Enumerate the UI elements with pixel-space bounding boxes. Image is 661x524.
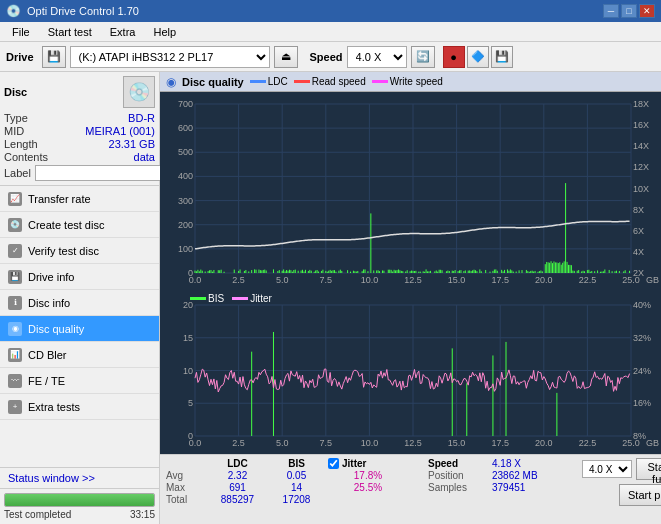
length-value: 23.31 GB xyxy=(109,138,155,150)
app-icon: 💿 xyxy=(6,4,21,18)
top-chart-canvas xyxy=(160,92,661,291)
bis-total: 17208 xyxy=(269,494,324,505)
extra-tests-icon: + xyxy=(8,400,22,414)
ldc-color xyxy=(250,80,266,83)
stats-table: LDC BIS Jitter Avg 2.32 0.05 17.8% Max 6… xyxy=(166,458,408,505)
speed-select[interactable]: 4.0 X xyxy=(347,46,407,68)
label-label: Label xyxy=(4,167,31,179)
bottom-chart-canvas xyxy=(160,291,661,454)
type-value: BD-R xyxy=(128,112,155,124)
nav-disc-quality[interactable]: ◉ Disc quality xyxy=(0,316,159,342)
start-part-button[interactable]: Start part xyxy=(619,484,661,506)
speed-label: Speed xyxy=(310,51,343,63)
chart-header-icon: ◉ xyxy=(166,75,176,89)
menu-start-test[interactable]: Start test xyxy=(40,24,100,40)
menu-help[interactable]: Help xyxy=(145,24,184,40)
nav-transfer-rate[interactable]: 📈 Transfer rate xyxy=(0,186,159,212)
total-label: Total xyxy=(166,494,206,505)
position-label: Position xyxy=(428,470,488,481)
mid-label: MID xyxy=(4,125,24,137)
ldc-avg: 2.32 xyxy=(210,470,265,481)
btn3[interactable]: 💾 xyxy=(491,46,513,68)
start-part-row: Start part xyxy=(582,484,661,506)
content-area: ◉ Disc quality LDC Read speed Write spee… xyxy=(160,72,661,524)
max-label: Max xyxy=(166,482,206,493)
disc-info-icon: ℹ xyxy=(8,296,22,310)
bis-header: BIS xyxy=(269,458,324,469)
maximize-button[interactable]: □ xyxy=(621,4,637,18)
stats-right: 4.0 X Start full Start part xyxy=(582,458,661,506)
disc-icon: 💿 xyxy=(123,76,155,108)
eject-btn[interactable]: ⏏ xyxy=(274,46,298,68)
drive-toolbar: Drive 💾 (K:) ATAPI iHBS312 2 PL17 ⏏ Spee… xyxy=(0,42,661,72)
title-bar: 💿 Opti Drive Control 1.70 ─ □ ✕ xyxy=(0,0,661,22)
avg-label: Avg xyxy=(166,470,206,481)
ldc-header: LDC xyxy=(210,458,265,469)
mid-value: MEIRA1 (001) xyxy=(85,125,155,137)
bis-avg: 0.05 xyxy=(269,470,324,481)
contents-value: data xyxy=(134,151,155,163)
nav-extra-tests[interactable]: + Extra tests xyxy=(0,394,159,420)
label-input[interactable] xyxy=(35,165,168,181)
nav-disc-info[interactable]: ℹ Disc info xyxy=(0,290,159,316)
ldc-total: 885297 xyxy=(210,494,265,505)
status-area: Status window >> Test completed 33:15 xyxy=(0,467,159,524)
cd-bler-icon: 📊 xyxy=(8,348,22,362)
progress-bar xyxy=(4,493,155,507)
start-full-row: 4.0 X Start full xyxy=(582,458,661,480)
legend-read-speed: Read speed xyxy=(294,76,366,87)
speed-pos-stats: Speed 4.18 X Position 23862 MB Samples 3… xyxy=(428,458,572,493)
speed-dropdown[interactable]: 4.0 X xyxy=(582,460,632,478)
drive-icon-btn[interactable]: 💾 xyxy=(42,46,66,68)
nav-create-test-disc[interactable]: 💿 Create test disc xyxy=(0,212,159,238)
jitter-checkbox[interactable] xyxy=(328,458,339,469)
close-button[interactable]: ✕ xyxy=(639,4,655,18)
create-test-disc-icon: 💿 xyxy=(8,218,22,232)
position-value: 23862 MB xyxy=(492,470,572,481)
bis-color xyxy=(190,297,206,300)
charts-wrapper: BIS Jitter xyxy=(160,92,661,454)
nav-cd-bler[interactable]: 📊 CD Bler xyxy=(0,342,159,368)
stats-bar: LDC BIS Jitter Avg 2.32 0.05 17.8% Max 6… xyxy=(160,454,661,524)
progress-bar-fill xyxy=(5,494,154,506)
legend-jitter: Jitter xyxy=(232,293,272,304)
time-text: 33:15 xyxy=(130,509,155,520)
jitter-max: 25.5% xyxy=(328,482,408,493)
chart-bottom: BIS Jitter xyxy=(160,291,661,454)
drive-label: Drive xyxy=(6,51,34,63)
disc-panel-title: Disc xyxy=(4,86,27,98)
disc-quality-icon: ◉ xyxy=(8,322,22,336)
ldc-max: 691 xyxy=(210,482,265,493)
btn2[interactable]: 🔷 xyxy=(467,46,489,68)
legend-write-speed: Write speed xyxy=(372,76,443,87)
samples-value: 379451 xyxy=(492,482,572,493)
nav-verify-test-disc[interactable]: ✓ Verify test disc xyxy=(0,238,159,264)
nav-drive-info[interactable]: 💾 Drive info xyxy=(0,264,159,290)
menu-file[interactable]: File xyxy=(4,24,38,40)
jitter-avg: 17.8% xyxy=(328,470,408,481)
btn1[interactable]: ● xyxy=(443,46,465,68)
progress-area: Test completed 33:15 xyxy=(0,489,159,524)
refresh-btn[interactable]: 🔄 xyxy=(411,46,435,68)
drive-select[interactable]: (K:) ATAPI iHBS312 2 PL17 xyxy=(70,46,270,68)
status-window-link[interactable]: Status window >> xyxy=(0,468,159,489)
menu-extra[interactable]: Extra xyxy=(102,24,144,40)
bottom-legend: BIS Jitter xyxy=(190,293,272,304)
legend-ldc: LDC xyxy=(250,76,288,87)
speed-avg-val: 4.18 X xyxy=(492,458,572,469)
speed-col-label: Speed xyxy=(428,458,488,469)
disc-panel: Disc 💿 Type BD-R MID MEIRA1 (001) Length… xyxy=(0,72,159,186)
jitter-check-row: Jitter xyxy=(328,458,408,469)
nav-fe-te[interactable]: 〰 FE / TE xyxy=(0,368,159,394)
contents-label: Contents xyxy=(4,151,48,163)
chart-title: Disc quality xyxy=(182,76,244,88)
nav-list: 📈 Transfer rate 💿 Create test disc ✓ Ver… xyxy=(0,186,159,420)
chart-top xyxy=(160,92,661,291)
start-full-button[interactable]: Start full xyxy=(636,458,661,480)
verify-test-disc-icon: ✓ xyxy=(8,244,22,258)
app-title: Opti Drive Control 1.70 xyxy=(27,5,139,17)
transfer-rate-icon: 📈 xyxy=(8,192,22,206)
read-speed-color xyxy=(294,80,310,83)
minimize-button[interactable]: ─ xyxy=(603,4,619,18)
type-label: Type xyxy=(4,112,28,124)
